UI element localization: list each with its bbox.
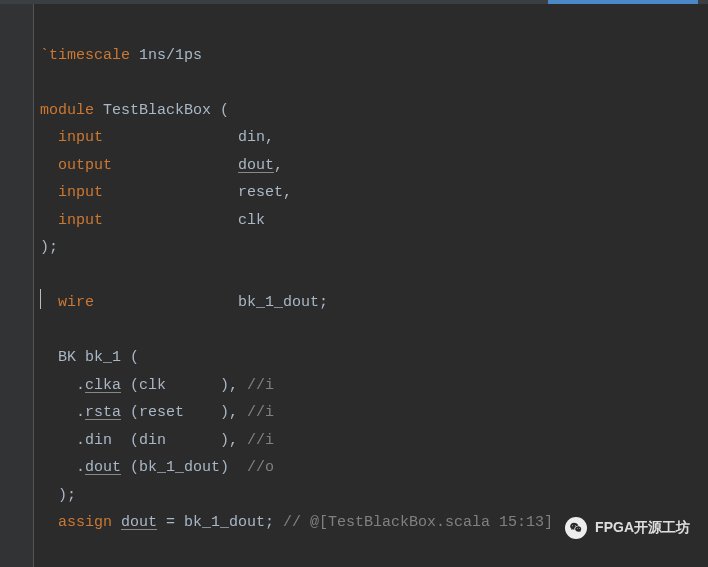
pad (103, 129, 238, 146)
mid: (bk_1_dout) (121, 459, 247, 476)
pad (103, 184, 238, 201)
comment: //i (247, 404, 274, 421)
line-15: .din (din ), //i (40, 432, 274, 449)
comment: //o (247, 459, 274, 476)
line-16: .dout (bk_1_dout) //o (40, 459, 274, 476)
code-area[interactable]: `timescale 1ns/1ps module TestBlackBox (… (34, 4, 553, 567)
line-6: input reset, (40, 184, 292, 201)
punct: , (274, 157, 283, 174)
line-1: `timescale 1ns/1ps (40, 47, 202, 64)
line-3: module TestBlackBox ( (40, 102, 229, 119)
mid: (reset ), (121, 404, 247, 421)
pre: .din (din ), (40, 432, 247, 449)
wechat-icon (565, 517, 587, 539)
port-clk: clk (238, 212, 265, 229)
directive-timescale: `timescale (40, 47, 130, 64)
watermark: FPGA开源工坊 (565, 517, 690, 539)
kw-output: output (40, 157, 112, 174)
punct: , (265, 129, 274, 146)
pre: . (40, 404, 85, 421)
line-10: wire bk_1_dout; (40, 294, 328, 311)
assign-dout: dout (121, 514, 157, 531)
line-13: .clka (clk ), //i (40, 377, 274, 394)
pad (103, 212, 238, 229)
port-clka: clka (85, 377, 121, 394)
line-8: ); (40, 239, 58, 256)
watermark-text: FPGA开源工坊 (595, 519, 690, 537)
port-dout: dout (238, 157, 274, 174)
line-17: ); (40, 487, 76, 504)
line-7: input clk (40, 212, 265, 229)
punct: ; (319, 294, 328, 311)
pad (112, 157, 238, 174)
line-4: input din, (40, 129, 274, 146)
pre: . (40, 459, 85, 476)
module-name: TestBlackBox ( (94, 102, 229, 119)
text-caret (40, 289, 41, 309)
punct: , (283, 184, 292, 201)
line-5: output dout, (40, 157, 283, 174)
kw-input: input (40, 184, 103, 201)
mid: (clk ), (121, 377, 247, 394)
kw-assign: assign (40, 514, 112, 531)
wire-name: bk_1_dout (238, 294, 319, 311)
gutter (0, 4, 34, 567)
kw-wire: wire (40, 294, 94, 311)
comment: // @[TestBlackBox.scala 15:13] (283, 514, 553, 531)
line-14: .rsta (reset ), //i (40, 404, 274, 421)
sp (112, 514, 121, 531)
line-12: BK bk_1 ( (40, 349, 139, 366)
port-dout-inst: dout (85, 459, 121, 476)
active-tab-indicator (548, 0, 698, 4)
kw-input: input (40, 129, 103, 146)
timescale-value: 1ns/1ps (130, 47, 202, 64)
editor: `timescale 1ns/1ps module TestBlackBox (… (0, 4, 708, 567)
assign-rest: = bk_1_dout; (157, 514, 283, 531)
pre: . (40, 377, 85, 394)
comment: //i (247, 432, 274, 449)
port-din: din (238, 129, 265, 146)
port-reset: reset (238, 184, 283, 201)
comment: //i (247, 377, 274, 394)
port-rsta: rsta (85, 404, 121, 421)
line-18: assign dout = bk_1_dout; // @[TestBlackB… (40, 514, 553, 531)
kw-module: module (40, 102, 94, 119)
pad (94, 294, 238, 311)
kw-input: input (40, 212, 103, 229)
